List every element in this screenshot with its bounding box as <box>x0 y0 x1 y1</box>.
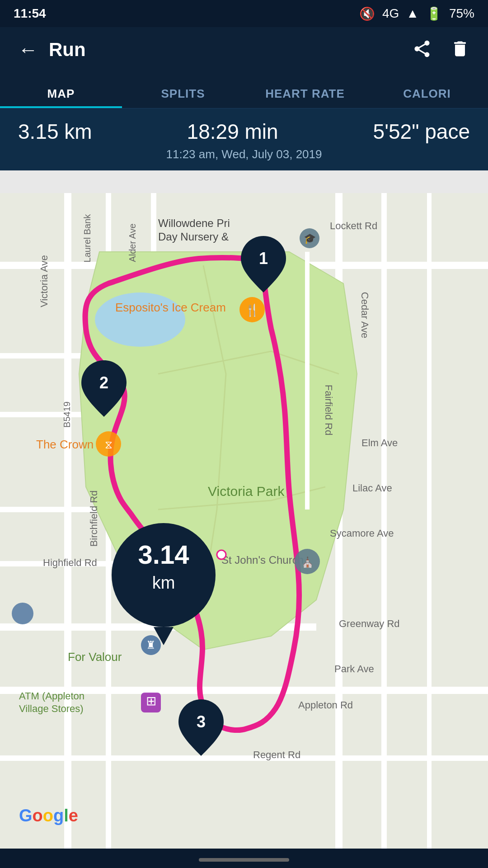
nav-left: ← Run <box>18 38 86 61</box>
tab-heartrate[interactable]: HEART RATE <box>244 80 366 108</box>
network-label: 4G <box>382 6 399 21</box>
svg-text:3.14: 3.14 <box>138 540 189 569</box>
svg-text:Highfield Rd: Highfield Rd <box>43 557 97 568</box>
svg-text:Birchfield Rd: Birchfield Rd <box>88 491 99 547</box>
top-nav: ← Run <box>0 27 488 72</box>
svg-text:ATM (Appleton: ATM (Appleton <box>19 690 84 702</box>
svg-text:Victoria Ave: Victoria Ave <box>38 255 50 307</box>
svg-text:km: km <box>152 573 175 592</box>
home-indicator <box>199 858 289 862</box>
svg-text:Park Ave: Park Ave <box>334 663 374 675</box>
svg-text:Fairfield Rd: Fairfield Rd <box>323 385 334 435</box>
svg-text:Greenway Rd: Greenway Rd <box>339 618 400 629</box>
svg-text:Lilac Ave: Lilac Ave <box>352 482 392 494</box>
svg-text:🍴: 🍴 <box>245 303 260 317</box>
svg-point-52 <box>12 603 33 624</box>
tab-map[interactable]: MAP <box>0 80 122 108</box>
nav-right <box>412 39 470 61</box>
back-button[interactable]: ← <box>18 38 38 61</box>
svg-text:⧖: ⧖ <box>105 439 113 451</box>
svg-text:⛪: ⛪ <box>301 556 314 568</box>
home-indicator-bar <box>0 849 488 868</box>
svg-text:The Crown: The Crown <box>36 438 94 451</box>
svg-text:Elm Ave: Elm Ave <box>361 437 398 448</box>
stats-row: 3.15 km 18:29 min 5'52" pace <box>18 119 470 144</box>
distance-value: 3.15 km <box>18 119 92 144</box>
svg-text:Google: Google <box>19 806 78 825</box>
svg-text:Regent Rd: Regent Rd <box>253 749 300 760</box>
svg-text:B5419: B5419 <box>62 401 72 428</box>
svg-text:St John's Church: St John's Church <box>221 554 304 566</box>
svg-text:3: 3 <box>197 712 206 731</box>
svg-text:🎓: 🎓 <box>304 232 316 245</box>
svg-text:♜: ♜ <box>146 639 156 651</box>
status-time: 11:54 <box>14 6 46 21</box>
svg-text:Laurel Bank: Laurel Bank <box>82 214 92 263</box>
tab-splits[interactable]: SPLITS <box>122 80 244 108</box>
svg-text:Victoria Park: Victoria Park <box>208 484 285 499</box>
svg-text:2: 2 <box>99 373 108 392</box>
svg-text:Esposito's Ice Cream: Esposito's Ice Cream <box>115 301 226 314</box>
delete-button[interactable] <box>450 39 470 61</box>
tabs: MAP SPLITS HEART RATE CALORI <box>0 72 488 108</box>
status-bar: 11:54 🔇 4G ▲ 🔋 75% <box>0 0 488 27</box>
tab-calories[interactable]: CALORI <box>366 80 488 108</box>
map-container[interactable]: Victoria Ave Laurel Bank Alder Ave Locke… <box>0 170 488 868</box>
svg-text:Appleton Rd: Appleton Rd <box>298 699 353 711</box>
status-icons: 🔇 4G ▲ 🔋 75% <box>359 6 474 21</box>
page-title: Run <box>49 39 86 61</box>
share-button[interactable] <box>412 39 432 61</box>
svg-text:1: 1 <box>259 249 268 268</box>
stats-bar: 3.15 km 18:29 min 5'52" pace 11:23 am, W… <box>0 108 488 170</box>
svg-text:Village Stores): Village Stores) <box>19 703 84 714</box>
svg-text:Day Nursery &: Day Nursery & <box>158 231 229 243</box>
run-datetime: 11:23 am, Wed, July 03, 2019 <box>18 147 470 161</box>
battery-label: 75% <box>449 6 474 21</box>
svg-text:Cedar Ave: Cedar Ave <box>359 292 371 338</box>
battery-icon: 🔋 <box>426 6 442 21</box>
pace-value: 5'52" pace <box>373 119 470 144</box>
mute-icon: 🔇 <box>359 6 375 21</box>
svg-text:For Valour: For Valour <box>68 650 122 664</box>
svg-text:Alder Ave: Alder Ave <box>127 223 137 262</box>
svg-text:⊞: ⊞ <box>146 694 156 708</box>
map-svg: Victoria Ave Laurel Bank Alder Ave Locke… <box>0 170 488 868</box>
svg-point-55 <box>217 550 226 559</box>
svg-text:Sycamore Ave: Sycamore Ave <box>330 528 394 539</box>
duration-value: 18:29 min <box>187 119 278 144</box>
svg-text:Lockett Rd: Lockett Rd <box>330 220 377 231</box>
signal-icon: ▲ <box>406 6 419 21</box>
svg-text:Willowdene Pri: Willowdene Pri <box>158 217 230 229</box>
